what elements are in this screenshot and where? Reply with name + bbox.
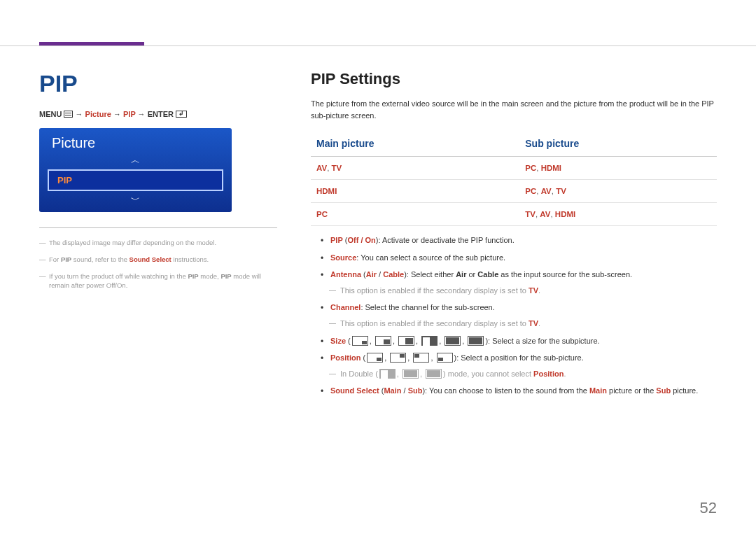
footnote-1: ― The displayed image may differ dependi…	[39, 238, 277, 248]
col-sub: Sub picture	[519, 134, 717, 157]
table-row: HDMIPC, AV, TV	[311, 180, 717, 203]
footnote-2: ― For PIP sound, refer to the Sound Sele…	[39, 255, 277, 265]
item-channel: Channel: Select the channel for the sub-…	[311, 302, 717, 330]
item-position: Position (, , , ): Select a position for…	[311, 352, 717, 380]
settings-list: PIP (Off / On): Activate or deactivate t…	[311, 234, 717, 398]
item-size: Size (, , , , , ): Select a size for the…	[311, 335, 717, 348]
position-icon-bl	[437, 353, 453, 363]
position-icon-tl	[413, 353, 429, 363]
size-icon-medium	[375, 336, 391, 346]
path-pip: PIP	[123, 110, 136, 118]
osd-selected-item: PIP	[48, 169, 223, 191]
footnote-3: ― If you turn the product off while watc…	[39, 272, 277, 291]
size-icon-large	[398, 336, 414, 346]
item-sound-select: Sound Select (Main / Sub): You can choos…	[311, 385, 717, 398]
table-row: PCTV, AV, HDMI	[311, 203, 717, 226]
double-icon-a	[379, 369, 396, 379]
table-row: AV, TVPC, HDMI	[311, 157, 717, 180]
enter-label: ENTER	[148, 110, 174, 118]
col-main: Main picture	[311, 134, 519, 157]
item-position-note: In Double (, , ) mode, you cannot select…	[330, 368, 717, 381]
path-picture: Picture	[85, 110, 111, 118]
item-antenna: Antenna (Air / Cable): Select either Air…	[311, 269, 717, 297]
chevron-down-icon: ﹀	[39, 195, 232, 212]
enter-icon	[176, 111, 187, 118]
item-source: Source: You can select a source of the s…	[311, 252, 717, 265]
chevron-up-icon: ︿	[39, 155, 232, 165]
section-heading: PIP Settings	[311, 70, 717, 88]
menu-label: MENU	[39, 110, 62, 118]
double-icon-c	[426, 369, 442, 379]
page-number: 52	[700, 499, 717, 517]
top-rule-accent	[39, 42, 144, 45]
menu-path: MENU → Picture → PIP → ENTER	[39, 110, 291, 118]
size-icon-double-left	[421, 336, 438, 346]
size-icon-small	[352, 336, 368, 346]
item-antenna-note: This option is enabled if the secondary …	[330, 285, 717, 297]
size-icon-double-split-v	[444, 336, 461, 346]
notes-divider	[39, 227, 277, 228]
osd-panel: Picture ︿ PIP ﹀	[39, 128, 232, 212]
position-icon-br	[367, 353, 383, 363]
double-icon-b	[402, 369, 419, 379]
section-intro: The picture from the external video sour…	[311, 98, 717, 121]
osd-title: Picture	[39, 128, 232, 155]
item-pip: PIP (Off / On): Activate or deactivate t…	[311, 234, 717, 247]
menu-icon	[64, 111, 73, 118]
size-icon-double-split-h	[468, 336, 484, 346]
item-channel-note: This option is enabled if the secondary …	[330, 318, 717, 330]
page-title: PIP	[39, 70, 291, 97]
top-rule	[0, 45, 756, 46]
source-compat-table: Main picture Sub picture AV, TVPC, HDMIH…	[311, 134, 717, 226]
position-icon-tr	[390, 353, 406, 363]
